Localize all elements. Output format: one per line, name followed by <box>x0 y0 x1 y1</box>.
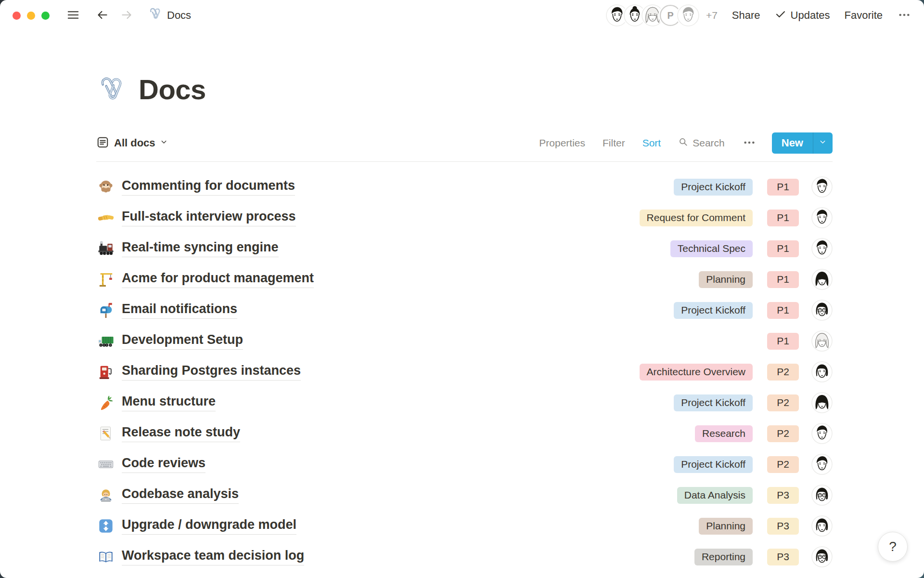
table-row[interactable]: Release note study Research P2 <box>96 418 833 449</box>
doc-type-tag[interactable]: Planning <box>699 271 753 288</box>
table-row[interactable]: Full-stack interview process Request for… <box>96 202 833 233</box>
doc-title-link[interactable]: Commenting for documents <box>122 178 295 196</box>
doc-emoji-icon <box>96 363 116 381</box>
priority-badge[interactable]: P3 <box>767 518 799 535</box>
doc-title-link[interactable]: Upgrade / downgrade model <box>122 517 296 535</box>
doc-title-link[interactable]: Development Setup <box>122 332 243 350</box>
sidebar-toggle-button[interactable] <box>66 8 80 24</box>
more-options-button[interactable] <box>897 8 911 24</box>
doc-type-tag[interactable]: Research <box>695 425 753 442</box>
priority-badge[interactable]: P1 <box>767 333 799 350</box>
priority-badge[interactable]: P1 <box>767 271 799 288</box>
doc-title-link[interactable]: Menu structure <box>122 394 216 411</box>
forward-button[interactable] <box>120 8 133 23</box>
priority-badge[interactable]: P3 <box>767 549 799 565</box>
doc-title-link[interactable]: Full-stack interview process <box>122 209 296 226</box>
assignee-avatar[interactable] <box>811 485 833 506</box>
updates-button[interactable]: Updates <box>775 8 830 23</box>
priority-badge[interactable]: P2 <box>767 364 799 381</box>
view-selector-label: All docs <box>114 137 155 149</box>
favorite-button[interactable]: Favorite <box>845 9 883 22</box>
chevron-down-icon <box>819 138 827 148</box>
doc-title-link[interactable]: Email notifications <box>122 302 237 319</box>
doc-title-link[interactable]: Sharding Postgres instances <box>122 363 301 381</box>
search-button[interactable]: Search <box>678 137 725 150</box>
assignee-avatar[interactable] <box>811 207 833 228</box>
doc-type-tag[interactable]: Architecture Overview <box>640 364 753 381</box>
member-avatar[interactable] <box>677 4 699 26</box>
assignee-avatar[interactable] <box>811 454 833 475</box>
doc-title-link[interactable]: Real-time syncing engine <box>122 240 279 257</box>
doc-type-tag[interactable]: Project Kickoff <box>674 302 753 319</box>
table-row[interactable]: Development Setup P1 <box>96 326 833 356</box>
assignee-avatar[interactable] <box>811 269 833 290</box>
assignee-avatar[interactable] <box>811 300 833 321</box>
check-icon <box>775 8 786 23</box>
page-paperclips-icon[interactable] <box>96 75 126 105</box>
priority-badge[interactable]: P2 <box>767 425 799 442</box>
table-row[interactable]: Upgrade / downgrade model Planning P3 <box>96 511 833 541</box>
doc-emoji-icon <box>96 394 116 411</box>
assignee-avatar[interactable] <box>811 330 833 352</box>
new-doc-button[interactable]: New <box>772 132 813 154</box>
doc-emoji-icon <box>96 209 116 226</box>
priority-badge[interactable]: P1 <box>767 179 799 196</box>
assignee-avatar[interactable] <box>811 546 833 567</box>
window-controls <box>13 12 50 20</box>
table-row[interactable]: Workspace team decision log Reporting P3 <box>96 541 833 572</box>
help-button[interactable]: ? <box>878 532 908 562</box>
back-button[interactable] <box>96 8 109 23</box>
zoom-window-button[interactable] <box>41 12 50 20</box>
minimize-window-button[interactable] <box>27 12 35 20</box>
doc-type-tag[interactable]: Project Kickoff <box>674 179 753 196</box>
doc-title-link[interactable]: Code reviews <box>122 456 205 473</box>
priority-badge[interactable]: P1 <box>767 302 799 319</box>
member-avatar-stack[interactable]: P <box>606 4 699 26</box>
page-title: Docs <box>139 73 206 105</box>
doc-title-link[interactable]: Acme for product management <box>122 271 314 288</box>
doc-type-tag[interactable]: Data Analysis <box>677 487 753 504</box>
share-button[interactable]: Share <box>732 9 760 22</box>
assignee-avatar[interactable] <box>811 392 833 413</box>
priority-badge[interactable]: P1 <box>767 210 799 226</box>
filter-button[interactable]: Filter <box>603 137 625 149</box>
avatar-overflow-count: +7 <box>706 10 718 21</box>
doc-emoji-icon <box>96 548 116 565</box>
doc-title-link[interactable]: Codebase analysis <box>122 486 239 504</box>
properties-button[interactable]: Properties <box>539 137 585 149</box>
doc-type-tag[interactable]: Project Kickoff <box>674 456 753 473</box>
breadcrumb[interactable]: Docs <box>148 7 191 24</box>
assignee-avatar[interactable] <box>811 238 833 259</box>
table-row[interactable]: Commenting for documents Project Kickoff… <box>96 171 833 202</box>
priority-badge[interactable]: P2 <box>767 394 799 411</box>
assignee-avatar[interactable] <box>811 423 833 444</box>
view-more-options-button[interactable] <box>742 135 757 151</box>
view-selector[interactable]: All docs <box>96 136 168 151</box>
titlebar: Docs P +7 Share Updates Favorite <box>0 0 924 31</box>
doc-type-tag[interactable]: Planning <box>699 518 753 535</box>
doc-type-tag[interactable]: Project Kickoff <box>674 394 753 411</box>
table-row[interactable]: Email notifications Project Kickoff P1 <box>96 295 833 326</box>
close-window-button[interactable] <box>13 12 21 20</box>
table-row[interactable]: Real-time syncing engine Technical Spec … <box>96 233 833 264</box>
table-row[interactable]: Codebase analysis Data Analysis P3 <box>96 480 833 511</box>
priority-badge[interactable]: P2 <box>767 456 799 473</box>
table-row[interactable]: Menu structure Project Kickoff P2 <box>96 387 833 418</box>
assignee-avatar[interactable] <box>811 176 833 197</box>
doc-emoji-icon <box>96 178 116 196</box>
assignee-avatar[interactable] <box>811 515 833 537</box>
priority-badge[interactable]: P1 <box>767 240 799 257</box>
doc-title-link[interactable]: Workspace team decision log <box>122 548 304 565</box>
table-row[interactable]: Sharding Postgres instances Architecture… <box>96 356 833 387</box>
table-row[interactable]: Code reviews Project Kickoff P2 <box>96 449 833 480</box>
view-toolbar: All docs Properties Filter Sort Search <box>96 132 833 162</box>
priority-badge[interactable]: P3 <box>767 487 799 504</box>
doc-type-tag[interactable]: Request for Comment <box>640 210 753 226</box>
sort-button[interactable]: Sort <box>642 137 661 149</box>
assignee-avatar[interactable] <box>811 361 833 382</box>
table-row[interactable]: Acme for product management Planning P1 <box>96 264 833 295</box>
doc-type-tag[interactable]: Reporting <box>694 549 753 565</box>
doc-type-tag[interactable]: Technical Spec <box>670 240 753 257</box>
doc-title-link[interactable]: Release note study <box>122 425 240 442</box>
new-doc-dropdown-button[interactable] <box>813 132 833 154</box>
